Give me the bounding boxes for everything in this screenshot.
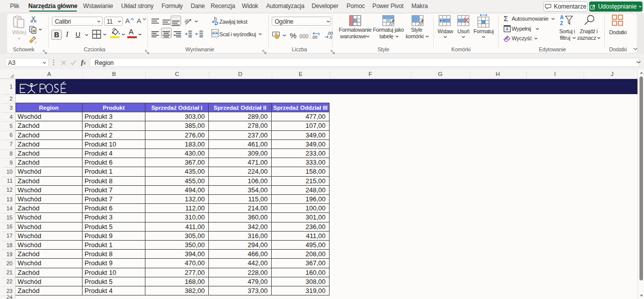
svg-text:A: A [560,15,564,20]
svg-text:Z: Z [560,21,563,26]
svg-text:b: b [214,17,217,22]
svg-text:.00: .00 [311,35,317,40]
svg-text:.0: .0 [329,35,333,40]
svg-text:0: 0 [318,32,320,36]
